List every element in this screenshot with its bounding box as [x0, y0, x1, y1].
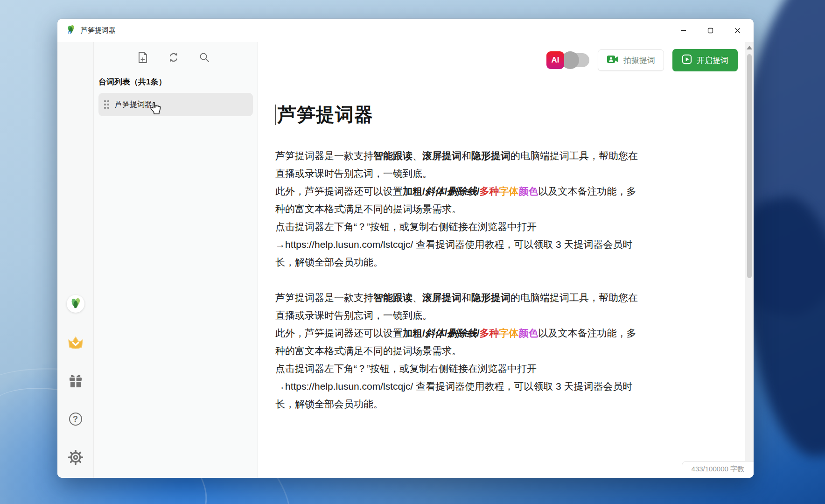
list-toolbar — [94, 42, 258, 72]
ai-toggle-switch[interactable] — [562, 53, 589, 67]
membership-crown-icon[interactable] — [67, 334, 84, 351]
window-title: 芦笋提词器 — [81, 26, 116, 35]
header-controls: AI — [258, 42, 754, 72]
search-icon[interactable] — [198, 51, 210, 63]
drag-handle-icon[interactable] — [104, 100, 109, 109]
capture-prompt-button[interactable]: 拍摄提词 — [598, 49, 664, 71]
document-title: 芦笋提词器 — [275, 102, 721, 127]
scroll-up-arrow-icon[interactable] — [747, 46, 752, 49]
start-prompt-label: 开启提词 — [697, 55, 728, 66]
document-body[interactable]: 芦笋提词器是一款支持智能跟读、滚屏提词和隐形提词的电脑端提词工具，帮助您在直播或… — [275, 147, 721, 413]
lusun-leaf-logo-icon[interactable] — [67, 295, 84, 313]
help-icon[interactable]: ? — [67, 411, 84, 427]
ai-badge: AI — [546, 51, 564, 69]
capture-prompt-label: 拍摄提词 — [623, 55, 655, 66]
text-caret — [275, 105, 276, 125]
char-counter: 433/100000 字数 — [682, 461, 754, 478]
left-rail: ? — [57, 42, 94, 478]
main-area: AI — [258, 42, 754, 478]
titlebar[interactable]: 芦笋提词器 — [57, 19, 754, 42]
app-window: 芦笋提词器 — [57, 19, 754, 478]
minimize-button[interactable] — [670, 19, 697, 42]
desktop-wallpaper: 芦笋提词器 — [0, 0, 825, 504]
script-list-panel: 台词列表（共1条） 芦笋提词器 — [94, 42, 258, 478]
camera-icon — [607, 54, 619, 67]
ai-toggle-group[interactable]: AI — [546, 51, 589, 69]
app-logo-icon — [66, 24, 76, 36]
start-prompt-button[interactable]: 开启提词 — [672, 49, 738, 71]
settings-gear-icon[interactable] — [67, 449, 84, 466]
maximize-button[interactable] — [697, 19, 724, 42]
script-list-item[interactable]: 芦笋提词器 — [98, 93, 253, 116]
gift-icon[interactable] — [67, 372, 84, 389]
script-list-item-label: 芦笋提词器 — [115, 100, 152, 110]
new-script-icon[interactable] — [137, 51, 149, 63]
script-editor[interactable]: 芦笋提词器 芦笋提词器是一款支持智能跟读、滚屏提词和隐形提词的电脑端提词工具，帮… — [258, 72, 754, 478]
close-button[interactable] — [724, 19, 751, 42]
refresh-icon[interactable] — [168, 51, 180, 63]
script-list-header: 台词列表（共1条） — [94, 72, 258, 93]
play-icon — [682, 54, 692, 67]
editor-scrollbar[interactable] — [745, 42, 754, 478]
scrollbar-thumb[interactable] — [747, 54, 752, 278]
